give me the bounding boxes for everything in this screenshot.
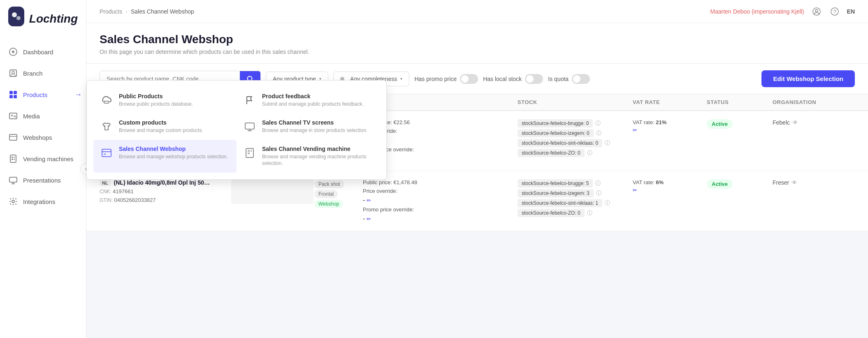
search-button[interactable] — [240, 71, 260, 87]
info-icon[interactable]: ⓘ — [605, 139, 610, 147]
vat-edit-icon[interactable]: ✏ — [633, 187, 637, 193]
promo-override-edit: - ✏ — [363, 215, 518, 222]
price-cell: Public price: €1,478.48 Price override: … — [363, 179, 518, 222]
price-edit-icon[interactable]: ✏ — [367, 137, 371, 144]
info-icon[interactable]: ⓘ — [587, 209, 592, 217]
promo-price-filter: Has promo price — [414, 74, 478, 84]
promo-price-slider — [460, 74, 478, 84]
info-icon[interactable]: ⓘ — [595, 180, 601, 187]
info-icon[interactable]: ⓘ — [587, 149, 592, 157]
product-gtin: GTIN: 04052682033827 — [100, 197, 231, 203]
stock-badge: stockSource-febelco-izegem: 3 — [518, 189, 594, 197]
svg-point-22 — [12, 200, 14, 203]
branch-icon — [8, 68, 18, 78]
product-tags-cell: Pack shot Frontal Webshop — [313, 179, 363, 209]
sidebar-nav: Dashboard Branch Products → — [0, 38, 86, 338]
org-cell: Febelc 👁 — [773, 119, 855, 126]
promo-edit-icon[interactable]: ✏ — [367, 216, 371, 222]
sidebar-item-products[interactable]: Products → — [0, 84, 86, 105]
info-icon[interactable]: ⓘ — [596, 190, 601, 197]
sidebar-item-presentations[interactable]: Presentations — [0, 169, 86, 191]
sidebar-item-label: Presentations — [23, 177, 61, 184]
price-override-label: Price override: — [363, 128, 518, 134]
svg-point-23 — [10, 198, 11, 199]
sidebar-collapse-button[interactable]: ‹ — [80, 163, 92, 175]
sidebar-item-webshops[interactable]: Webshops — [0, 127, 86, 148]
page-header: Sales Channel Webshop On this page you c… — [86, 23, 868, 64]
svg-rect-10 — [9, 113, 17, 119]
col-header-vat: VAT rate — [633, 99, 707, 105]
completeness-filter[interactable]: Any completeness ▾ — [333, 72, 409, 86]
status-badge: Active — [707, 119, 733, 129]
main-content: Products › Sales Channel Webshop Maarten… — [86, 0, 868, 338]
public-price: Public price: €22.56 — [363, 119, 518, 125]
language-selector[interactable]: EN — [847, 8, 855, 15]
integrations-icon — [8, 197, 18, 206]
product-type-filter[interactable]: Any product type ▾ — [266, 72, 328, 86]
sidebar-item-integrations[interactable]: Integrations — [0, 191, 86, 212]
product-info-cell: NL (NL) Idacio 40mg/0,8ml Opl Inj 50… CN… — [100, 179, 231, 203]
app-logo-text: Lochting — [29, 12, 78, 25]
toolbar-left: Any product type ▾ Any completeness ▾ Ha… — [100, 71, 590, 87]
stock-cell: stockSource-febelco-brugge: 0 ⓘ stockSou… — [518, 119, 633, 157]
svg-rect-16 — [12, 159, 13, 160]
search-input[interactable] — [100, 72, 240, 86]
promo-edit-icon[interactable]: ✏ — [367, 156, 371, 162]
product-name: NL (NL) Idacio 40mg/0,8ml Opl Inj 50… — [100, 179, 231, 186]
svg-point-0 — [12, 12, 17, 17]
sidebar-item-dashboard[interactable]: Dashboard — [0, 41, 86, 63]
tag-pack-shot: Pack shot — [314, 180, 344, 188]
svg-rect-6 — [9, 91, 13, 94]
info-icon[interactable]: ⓘ — [605, 199, 610, 207]
stock-item-zo: stockSource-febelco-ZO: 0 ⓘ — [518, 209, 633, 217]
svg-rect-12 — [9, 134, 17, 140]
svg-rect-7 — [14, 91, 17, 94]
col-header-product — [100, 99, 231, 105]
svg-point-11 — [11, 115, 13, 116]
stock-badge: stockSource-febelco-ZO: 0 — [518, 149, 585, 157]
local-stock-toggle[interactable] — [525, 74, 543, 84]
edit-webshop-selection-button[interactable]: Edit Webshop Selection — [761, 70, 855, 87]
info-icon[interactable]: ⓘ — [595, 120, 601, 127]
eye-icon[interactable]: 👁 — [791, 179, 797, 186]
eye-icon[interactable]: 👁 — [792, 119, 798, 126]
sidebar-header: Lochting — [0, 0, 86, 38]
promo-price-toggle[interactable] — [460, 74, 478, 84]
promo-override-edit: - ✏ — [363, 155, 518, 162]
sidebar-item-label: Webshops — [23, 134, 52, 141]
vat-cell: VAT rate: 21% ✏ — [633, 119, 707, 133]
product-image-cell — [231, 119, 313, 144]
price-override-edit: - ✏ — [363, 197, 518, 204]
sidebar-item-branch[interactable]: Branch — [0, 63, 86, 84]
user-icon[interactable] — [811, 6, 822, 17]
status-cell: Active — [707, 119, 773, 129]
product-type-chevron-icon: ▾ — [319, 76, 321, 81]
col-header-image: Image — [231, 99, 313, 105]
org-name: Freser — [773, 179, 789, 186]
help-icon[interactable]: ? — [829, 6, 840, 17]
promo-price-label: Has promo price — [414, 76, 457, 82]
sidebar-item-vending[interactable]: Vending machines — [0, 148, 86, 169]
tag-product-wall: Product wall — [314, 130, 349, 138]
sidebar-item-media[interactable]: Media — [0, 105, 86, 127]
page-subtitle: On this page you can determine which pro… — [100, 49, 855, 55]
vat-cell: VAT rate: 6% ✏ — [633, 179, 707, 193]
user-impersonating-label[interactable]: Maarten Deboo (impersonating Kjell) — [710, 8, 804, 15]
app-icon-logo — [8, 7, 24, 26]
col-header-stock: Stock — [518, 99, 633, 105]
breadcrumb-products[interactable]: Products — [100, 8, 122, 15]
quota-toggle[interactable] — [572, 74, 590, 84]
promo-price-override-label: Promo price override: — [363, 206, 518, 213]
vat-edit-icon[interactable]: ✏ — [633, 127, 637, 133]
sidebar-item-label: Integrations — [23, 198, 55, 205]
info-icon[interactable]: ⓘ — [596, 130, 601, 137]
stock-item-sint-niklaas: stockSource-febelco-sint-niklaas: 1 ⓘ — [518, 199, 633, 207]
quota-label: Is quota — [548, 76, 569, 82]
stock-item-brugge: stockSource-febelco-brugge: 0 ⓘ — [518, 119, 633, 127]
quota-filter: Is quota — [548, 74, 590, 84]
topbar: Products › Sales Channel Webshop Maarten… — [86, 0, 868, 23]
stock-item-zo: stockSource-febelco-ZO: 0 ⓘ — [518, 149, 633, 157]
svg-point-24 — [15, 198, 16, 199]
price-edit-icon[interactable]: ✏ — [367, 197, 371, 204]
stock-item-sint-niklaas: stockSource-febelco-sint-niklaas: 0 ⓘ — [518, 139, 633, 147]
